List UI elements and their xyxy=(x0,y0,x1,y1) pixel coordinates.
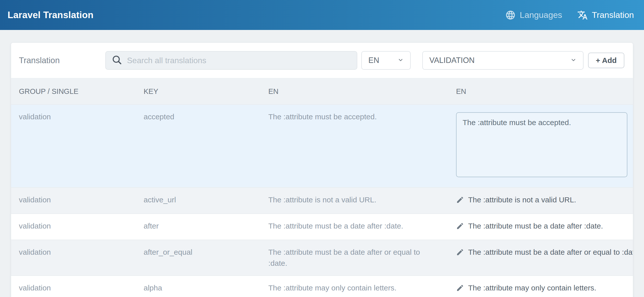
group-select[interactable]: VALIDATION xyxy=(422,51,584,70)
cell-source: The :attribute must be a date after or e… xyxy=(261,240,448,275)
col-header-target: EN xyxy=(448,78,633,104)
edit-pencil-icon[interactable] xyxy=(456,284,464,295)
group-select-value: VALIDATION xyxy=(429,56,475,65)
cell-translation: The :attribute must be accepted. xyxy=(448,105,633,187)
cell-translation[interactable]: The :attribute must be a date after or e… xyxy=(448,240,633,275)
col-header-group: GROUP / SINGLE xyxy=(11,78,136,104)
chevron-down-icon xyxy=(398,56,404,65)
cell-group: validation xyxy=(11,240,136,275)
search-input[interactable] xyxy=(127,56,351,65)
edit-pencil-icon[interactable] xyxy=(456,196,464,207)
translation-edit-textarea[interactable]: The :attribute must be accepted. xyxy=(456,112,627,177)
table-row: validation active_url The :attribute is … xyxy=(11,188,633,214)
cell-translation[interactable]: The :attribute must be a date after :dat… xyxy=(448,214,633,240)
cell-source: The :attribute must be a date after :dat… xyxy=(261,214,448,240)
cell-translation[interactable]: The :attribute is not a valid URL. xyxy=(448,188,633,213)
cell-group: validation xyxy=(11,276,136,297)
translation-text: The :attribute may only contain letters. xyxy=(468,282,596,293)
nav-translation-label: Translation xyxy=(592,10,634,20)
cell-source: The :attribute may only contain letters. xyxy=(261,276,448,297)
cell-key: accepted xyxy=(136,105,261,187)
app-header: Laravel Translation Languages Translatio… xyxy=(0,0,644,30)
cell-group: validation xyxy=(11,188,136,213)
table-row: validation after The :attribute must be … xyxy=(11,214,633,240)
chevron-down-icon xyxy=(570,56,576,65)
cell-key: alpha xyxy=(136,276,261,297)
translation-text: The :attribute is not a valid URL. xyxy=(468,194,576,205)
search-box xyxy=(105,51,357,70)
edit-pencil-icon[interactable] xyxy=(456,248,464,259)
translation-text: The :attribute must be a date after or e… xyxy=(468,247,633,258)
locale-select[interactable]: EN xyxy=(361,51,411,70)
locale-select-value: EN xyxy=(368,56,379,65)
translation-text: The :attribute must be a date after :dat… xyxy=(468,220,603,232)
toolbar: Translation EN VALIDATION xyxy=(11,43,633,78)
add-button[interactable]: + Add xyxy=(588,53,624,68)
cell-source: The :attribute is not a valid URL. xyxy=(261,188,448,213)
cell-key: after_or_equal xyxy=(136,240,261,275)
col-header-key: KEY xyxy=(136,78,261,104)
cell-group: validation xyxy=(11,105,136,187)
cell-translation[interactable]: The :attribute may only contain letters. xyxy=(448,276,633,297)
table-header-row: GROUP / SINGLE KEY EN EN xyxy=(11,78,633,105)
table-row: validation accepted The :attribute must … xyxy=(11,105,633,188)
nav-translation[interactable]: Translation xyxy=(577,10,634,20)
cell-key: after xyxy=(136,214,261,240)
cell-group: validation xyxy=(11,214,136,240)
translation-card: Translation EN VALIDATION xyxy=(11,43,633,297)
search-icon xyxy=(111,54,122,66)
cell-key: active_url xyxy=(136,188,261,213)
translate-icon xyxy=(577,10,588,20)
toolbar-title: Translation xyxy=(19,56,105,65)
app-title[interactable]: Laravel Translation xyxy=(8,10,93,20)
table-row: validation after_or_equal The :attribute… xyxy=(11,240,633,276)
header-nav: Languages Translation xyxy=(505,10,634,20)
nav-languages[interactable]: Languages xyxy=(505,10,562,20)
edit-pencil-icon[interactable] xyxy=(456,222,464,233)
table-row: validation alpha The :attribute may only… xyxy=(11,276,633,297)
nav-languages-label: Languages xyxy=(520,10,562,20)
col-header-source: EN xyxy=(261,78,448,104)
cell-source: The :attribute must be accepted. xyxy=(261,105,448,187)
globe-icon xyxy=(505,10,516,20)
